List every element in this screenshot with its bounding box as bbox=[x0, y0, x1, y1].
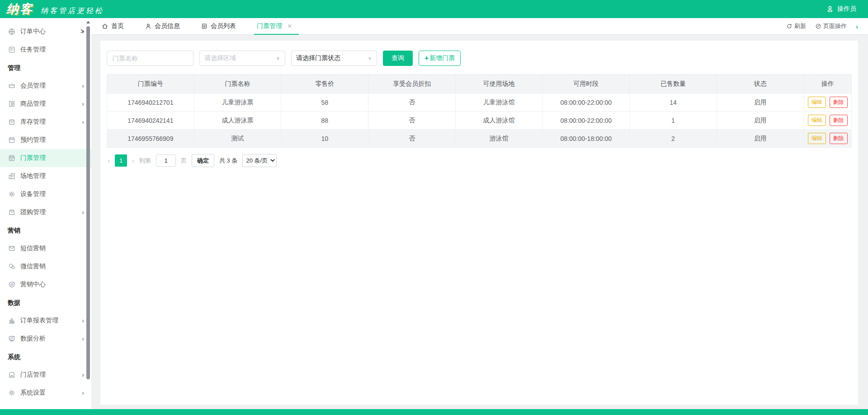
table-header-row: 门票编号 门票名称 零售价 享受会员折扣 可使用场地 可用时段 已售数量 状态 … bbox=[107, 75, 852, 93]
chevron-right-icon: › bbox=[82, 371, 84, 378]
sidebar-item-ticket-management[interactable]: 门票管理 bbox=[0, 149, 91, 167]
tab-label: 会员列表 bbox=[211, 22, 236, 30]
chevron-right-icon: › bbox=[82, 317, 84, 324]
goto-suffix-label: 页 bbox=[181, 157, 187, 165]
cell-retail-price: 88 bbox=[281, 112, 368, 130]
chevron-right-icon: › bbox=[82, 100, 84, 107]
goto-prefix-label: 到第 bbox=[139, 157, 151, 165]
page-actions-button[interactable]: 页面操作 bbox=[815, 22, 847, 30]
sidebar-item-inventory-management[interactable]: 库存管理 › bbox=[0, 113, 91, 131]
sidebar-section-management: 管理 bbox=[0, 59, 91, 77]
sidebar-item-label: 门店管理 bbox=[20, 371, 82, 379]
sidebar-item-label: 订单报表管理 bbox=[20, 317, 82, 325]
scrollbar-thumb[interactable] bbox=[86, 26, 90, 379]
cell-actions: 编辑删除 bbox=[804, 130, 852, 148]
status-select-value: 请选择门票状态 bbox=[296, 54, 340, 62]
col-status: 状态 bbox=[717, 75, 804, 93]
user-icon bbox=[826, 5, 834, 13]
target-icon bbox=[8, 280, 16, 289]
sidebar-item-booking-management[interactable]: 预约管理 bbox=[0, 131, 91, 149]
tab-home[interactable]: 首页 bbox=[101, 18, 124, 34]
sidebar-scrollbar[interactable] bbox=[86, 19, 90, 414]
refresh-button[interactable]: 刷新 bbox=[786, 22, 806, 30]
delete-button[interactable]: 删除 bbox=[830, 133, 848, 144]
goto-confirm-button[interactable]: 确定 bbox=[192, 154, 214, 167]
cell-sold-count: 2 bbox=[630, 130, 717, 148]
add-ticket-button[interactable]: + 新增门票 bbox=[419, 51, 461, 66]
goto-page-input[interactable] bbox=[156, 154, 176, 167]
sidebar-item-label: 系统设置 bbox=[20, 389, 82, 397]
sidebar-item-member-management[interactable]: 会员管理 › bbox=[0, 77, 91, 95]
scroll-up-arrow-icon[interactable] bbox=[86, 21, 90, 23]
tab-ticket-management[interactable]: 门票管理 × bbox=[257, 18, 292, 34]
edit-button[interactable]: 编辑 bbox=[808, 115, 826, 126]
sidebar-item-store-management[interactable]: 门店管理 › bbox=[0, 366, 91, 384]
prev-page-icon[interactable]: ‹ bbox=[108, 157, 110, 164]
sidebar-item-venue-management[interactable]: 场地管理 bbox=[0, 167, 91, 185]
tab-member-list[interactable]: 会员列表 bbox=[201, 18, 236, 34]
delete-button[interactable]: 删除 bbox=[830, 115, 848, 126]
col-sold-count: 已售数量 bbox=[630, 75, 717, 93]
sidebar-item-data-analysis[interactable]: 数据分析 › bbox=[0, 330, 91, 348]
current-page-button[interactable]: 1 bbox=[115, 154, 127, 167]
sidebar-item-device-management[interactable]: 设备管理 bbox=[0, 185, 91, 203]
area-select[interactable]: 请选择区域 ▼ bbox=[199, 51, 285, 66]
table-row: 1746940212701 儿童游泳票 58 否 儿童游泳馆 08:00:00-… bbox=[107, 93, 852, 112]
cell-venue: 游泳馆 bbox=[455, 130, 542, 148]
sidebar-item-task[interactable]: 任务管理 bbox=[0, 41, 91, 59]
sidebar-item-order-center[interactable]: 订单中心 › bbox=[0, 23, 91, 41]
sidebar-item-goods-management[interactable]: 商品管理 › bbox=[0, 95, 91, 113]
total-count-label: 共 3 条 bbox=[219, 157, 237, 165]
chevron-right-icon: › bbox=[82, 209, 84, 216]
delete-button[interactable]: 删除 bbox=[830, 97, 848, 108]
sidebar-item-system-settings[interactable]: 系统设置 › bbox=[0, 384, 91, 402]
sidebar-section-data: 数据 bbox=[0, 294, 91, 312]
user-menu[interactable]: 操作员 bbox=[826, 5, 856, 13]
tab-member-info[interactable]: 会员信息 bbox=[145, 18, 180, 34]
sidebar-collapse-toggle[interactable]: > bbox=[80, 28, 84, 35]
clock-icon bbox=[815, 23, 821, 29]
dropdown-caret-icon: ▼ bbox=[276, 56, 280, 61]
gear-icon bbox=[8, 190, 16, 198]
next-page-icon[interactable]: › bbox=[132, 157, 134, 164]
sidebar-item-label: 场地管理 bbox=[20, 172, 84, 180]
cell-venue: 儿童游泳馆 bbox=[455, 93, 542, 112]
user-name: 操作员 bbox=[837, 5, 856, 13]
sidebar-item-label: 任务管理 bbox=[20, 46, 84, 54]
sidebar-item-sms-marketing[interactable]: 短信营销 bbox=[0, 239, 91, 257]
edit-button[interactable]: 编辑 bbox=[808, 97, 826, 108]
person-icon bbox=[145, 23, 152, 30]
sidebar-item-order-report[interactable]: 订单报表管理 › bbox=[0, 312, 91, 330]
cell-retail-price: 10 bbox=[281, 130, 368, 148]
cell-actions: 编辑删除 bbox=[804, 93, 852, 112]
cell-member-discount: 否 bbox=[368, 93, 456, 112]
ticket-status-select[interactable]: 请选择门票状态 ▼ bbox=[291, 51, 377, 66]
sidebar-item-wechat-marketing[interactable]: 微信营销 bbox=[0, 257, 91, 275]
expand-chevron-icon[interactable]: › bbox=[856, 23, 858, 30]
sidebar-section-marketing: 营销 bbox=[0, 221, 91, 239]
sidebar-item-marketing-center[interactable]: 营销中心 bbox=[0, 275, 91, 294]
chevron-right-icon: › bbox=[82, 82, 84, 89]
main-area: 首页 会员信息 会员列表 门票管理 × 刷新 bbox=[91, 18, 868, 415]
sidebar-item-label: 微信营销 bbox=[20, 262, 84, 270]
cell-ticket-id: 1746940212701 bbox=[107, 93, 194, 112]
sidebar-item-label: 订单中心 bbox=[20, 28, 82, 36]
groupbuy-box-icon bbox=[8, 208, 16, 216]
col-time-range: 可用时段 bbox=[542, 75, 630, 93]
cell-time-range: 08:00:00-18:00:00 bbox=[542, 130, 630, 148]
add-ticket-label: 新增门票 bbox=[429, 54, 455, 62]
cell-ticket-name: 测试 bbox=[194, 130, 281, 148]
cell-member-discount: 否 bbox=[368, 112, 456, 130]
settings-gear-icon bbox=[8, 389, 16, 397]
cell-ticket-id: 1746940242141 bbox=[107, 112, 194, 130]
content-area: 请选择区域 ▼ 请选择门票状态 ▼ 查询 + 新增门票 bbox=[91, 35, 868, 415]
sidebar-item-groupbuy-management[interactable]: 团购管理 › bbox=[0, 203, 91, 221]
tickets-table: 门票编号 门票名称 零售价 享受会员折扣 可使用场地 可用时段 已售数量 状态 … bbox=[107, 74, 852, 148]
close-icon[interactable]: × bbox=[288, 23, 292, 30]
ticket-name-input[interactable] bbox=[107, 51, 193, 66]
edit-button[interactable]: 编辑 bbox=[808, 133, 826, 144]
sidebar-item-label: 短信营销 bbox=[20, 244, 84, 252]
search-button[interactable]: 查询 bbox=[383, 51, 413, 66]
page-size-select[interactable]: 20 条/页 bbox=[242, 154, 277, 167]
col-member-discount: 享受会员折扣 bbox=[368, 75, 456, 93]
